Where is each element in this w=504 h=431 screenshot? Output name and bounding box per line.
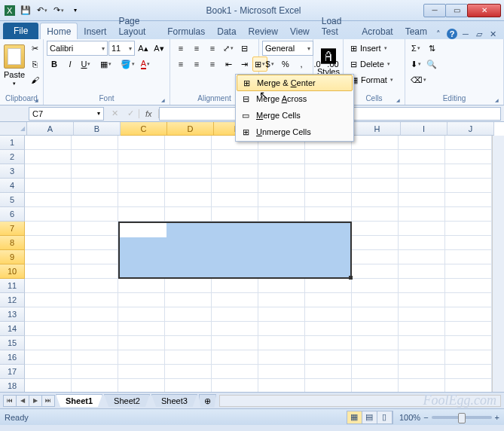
col-head-A[interactable]: A [27,122,74,136]
clear-button[interactable]: ⌫ [408,72,429,87]
save-button[interactable]: 💾 [18,4,33,17]
align-top-button[interactable]: ≡ [173,41,188,56]
minimize-ribbon-icon[interactable]: ˄ [433,29,444,39]
row-headers[interactable]: 123456789101112131415161718 [0,136,25,392]
accounting-format-button[interactable]: $ [262,57,277,72]
comma-button[interactable]: , [294,57,309,72]
number-format-combo[interactable]: General▾ [262,41,313,56]
redo-button[interactable]: ↷ [51,4,66,17]
orientation-button[interactable]: ⤢ [221,41,236,56]
row-head-5[interactable]: 5 [0,193,25,207]
row-head-8[interactable]: 8 [0,236,25,250]
first-sheet-button[interactable]: ⏮ [3,395,17,407]
tab-formulas[interactable]: Formulas [161,23,211,39]
page-break-view-icon[interactable]: ▯ [377,411,393,423]
close-button[interactable]: ✕ [467,4,501,17]
font-color-button[interactable]: A [138,57,153,72]
zoom-in-button[interactable]: + [495,413,499,422]
tab-acrobat[interactable]: Acrobat [356,23,399,39]
merge-and-center-item[interactable]: ⊞ Merge & Center [237,75,353,91]
sheet-tab-1[interactable]: Sheet1 [56,394,102,407]
row-head-12[interactable]: 12 [0,293,25,307]
format-painter-button[interactable]: 🖌 [27,72,42,87]
row-head-6[interactable]: 6 [0,207,25,222]
sheet-tab-2[interactable]: Sheet2 [104,394,150,407]
delete-cells-button[interactable]: ⊟Delete▾ [347,57,402,72]
tab-data[interactable]: Data [211,23,242,39]
fill-color-button[interactable]: 🪣 [118,57,137,72]
italic-button[interactable]: I [63,57,78,72]
qat-customize[interactable]: ▾ [68,4,83,17]
align-center-button[interactable]: ≡ [189,57,204,72]
row-head-18[interactable]: 18 [0,379,25,392]
new-sheet-button[interactable]: ⊕ [199,394,216,408]
align-middle-button[interactable]: ≡ [189,41,204,56]
sub-restore-icon[interactable]: ▱ [474,29,484,39]
fill-button[interactable]: ⬇ [408,57,423,72]
col-head-D[interactable]: D [167,122,214,136]
percent-button[interactable]: % [278,57,293,72]
font-size-combo[interactable]: 11▾ [108,41,135,56]
next-sheet-button[interactable]: ▶ [29,395,42,407]
col-head-H[interactable]: H [354,122,401,136]
row-head-16[interactable]: 16 [0,350,25,365]
fx-icon[interactable]: fx [139,109,159,118]
font-name-combo[interactable]: Calibri▾ [47,41,108,56]
undo-button[interactable]: ↶ [35,4,50,17]
merge-across-item[interactable]: ⊟ Merge Across [237,90,353,107]
sort-filter-button[interactable]: ⇅ [424,41,439,56]
row-head-14[interactable]: 14 [0,322,25,336]
row-head-11[interactable]: 11 [0,279,25,293]
tab-view[interactable]: View [284,23,316,39]
row-head-4[interactable]: 4 [0,179,25,193]
border-button[interactable]: ▦ [98,57,114,72]
col-head-B[interactable]: B [74,122,121,136]
row-head-13[interactable]: 13 [0,307,25,322]
prev-sheet-button[interactable]: ◀ [16,395,29,407]
sheet-tab-3[interactable]: Sheet3 [151,394,197,407]
fill-handle[interactable] [349,276,353,280]
underline-button[interactable]: U [78,57,93,72]
col-head-I[interactable]: I [401,122,447,136]
bold-button[interactable]: B [47,57,62,72]
align-left-button[interactable]: ≡ [173,57,188,72]
unmerge-cells-item[interactable]: ⊞ Unmerge Cells [237,124,353,140]
row-head-15[interactable]: 15 [0,336,25,350]
tab-home[interactable]: Home [40,23,78,39]
row-head-2[interactable]: 2 [0,150,25,164]
page-layout-view-icon[interactable]: ▤ [362,411,377,423]
cells-area[interactable] [25,136,492,392]
zoom-level[interactable]: 100% [399,413,420,422]
row-head-3[interactable]: 3 [0,164,25,179]
tab-team[interactable]: Team [399,23,433,39]
tab-insert[interactable]: Insert [78,23,112,39]
select-all-corner[interactable] [0,122,27,136]
zoom-out-button[interactable]: − [423,413,428,422]
last-sheet-button[interactable]: ⏭ [41,395,55,407]
maximize-button[interactable]: ▭ [445,4,468,17]
row-head-17[interactable]: 17 [0,365,25,379]
row-head-9[interactable]: 9 [0,250,25,264]
tab-load-test[interactable]: Load Test [316,13,356,39]
zoom-slider[interactable] [432,416,492,419]
sub-minimize-icon[interactable]: ─ [460,29,471,39]
find-select-button[interactable]: 🔍 [424,57,439,72]
align-right-button[interactable]: ≡ [205,57,220,72]
col-head-C[interactable]: C [121,122,167,136]
row-head-1[interactable]: 1 [0,136,25,150]
decrease-font-button[interactable]: A▾ [151,41,166,56]
sub-close-icon[interactable]: ✕ [487,29,498,39]
increase-indent-button[interactable]: ⇥ [237,57,252,72]
row-head-10[interactable]: 10 [0,264,25,279]
autosum-button[interactable]: Σ [408,41,423,56]
name-box[interactable]: C7▾ [29,107,104,121]
row-head-7[interactable]: 7 [0,222,25,236]
paste-button[interactable]: Paste ▾ [3,41,26,90]
insert-cells-button[interactable]: ⊞Insert▾ [347,41,402,56]
vertical-scrollbar[interactable] [492,136,504,392]
increase-font-button[interactable]: A▴ [136,41,151,56]
merge-cells-item[interactable]: ▭ Merge Cells [237,107,353,124]
minimize-button[interactable]: ─ [423,4,446,17]
view-buttons[interactable]: ▦ ▤ ▯ [347,411,393,424]
tab-page-layout[interactable]: Page Layout [112,13,161,39]
